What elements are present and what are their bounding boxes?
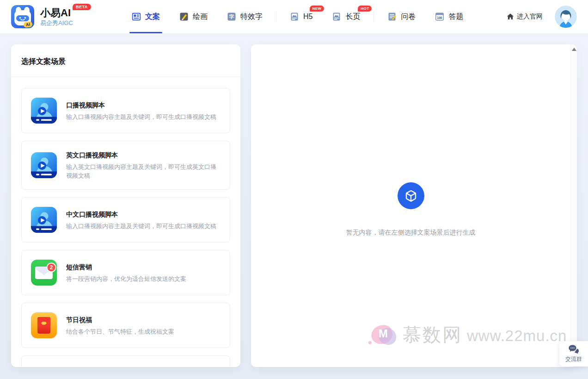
tab-label: 特效字 [240, 12, 263, 22]
scene-card-chinese-broadcast-video[interactable]: 中文口播视频脚本 输入口播视频内容主题及关键词，即可生成口播视频文稿 [21, 197, 230, 242]
broadcast-video-icon [31, 98, 57, 124]
scene-card-festival-greeting[interactable]: 节日祝福 结合各个节日、节气特征，生成祝福文案 [21, 303, 230, 348]
scene-desc: 将一段营销内容，优化为适合短信发送的文案 [66, 274, 220, 283]
tab-label: 长页 [345, 12, 360, 22]
nav-divider [276, 11, 276, 22]
scene-card-sms-marketing[interactable]: 2 短信营销 将一段营销内容，优化为适合短信发送的文案 [21, 250, 230, 295]
tab-quiz[interactable]: 100 答题 [425, 0, 473, 33]
effect-text-icon: 字 [227, 12, 236, 21]
brand: AI 小易AI BETA 易企秀AIGC [11, 5, 121, 28]
scrollbar[interactable] [570, 44, 577, 367]
scene-title: 英文口播视频脚本 [66, 150, 220, 160]
tab-label: 答题 [448, 12, 463, 22]
scene-desc: 输入英文口播视频内容主题及关键词，即可生成英文口播视频文稿 [66, 162, 220, 180]
chat-group-label: 交流群 [565, 355, 582, 363]
broadcast-video-icon [31, 152, 57, 178]
empty-box-icon [398, 182, 424, 209]
nav-tabs: 文案 绘画 字 特效字 [122, 0, 473, 33]
svg-text:100: 100 [437, 16, 442, 19]
scene-list: 口播视频脚本 输入口播视频内容主题及关键词，即可生成口播视频文稿 [11, 77, 240, 367]
h5-icon [290, 12, 299, 21]
scene-title: 节日祝福 [66, 315, 220, 324]
tab-survey[interactable]: 问卷 [378, 0, 425, 33]
scene-title: 短信营销 [66, 262, 220, 272]
sms-icon: 2 [31, 260, 57, 286]
site-link-label: 进入官网 [517, 12, 543, 21]
hot-badge: HOT [358, 6, 372, 12]
quiz-icon: 100 [435, 12, 444, 21]
painting-icon [179, 12, 189, 21]
enter-official-site-link[interactable]: 进入官网 [507, 12, 543, 21]
copywriting-icon [132, 12, 141, 21]
survey-icon [387, 12, 397, 21]
scroll-up-arrow-icon[interactable] [572, 48, 576, 51]
scene-card-broadcast-video[interactable]: 口播视频脚本 输入口播视频内容主题及关键词，即可生成口播视频文稿 [21, 88, 230, 133]
beta-badge: BETA [73, 4, 91, 10]
user-avatar[interactable] [555, 6, 577, 28]
top-navigation-bar: AI 小易AI BETA 易企秀AIGC 文案 [0, 0, 588, 34]
broadcast-video-icon [31, 207, 57, 233]
tab-label: 文案 [145, 12, 160, 22]
generation-result-panel: 暂无内容，请在左侧选择文案场景后进行生成 M 慕数网 www.22mu.cn [251, 44, 577, 367]
tab-copywriting[interactable]: 文案 [122, 0, 170, 33]
app-subtitle: 易企秀AIGC [40, 20, 91, 26]
tab-label: H5 [303, 12, 312, 21]
scene-card-english-broadcast-video[interactable]: 英文口播视频脚本 输入英文口播视频内容主题及关键词，即可生成英文口播视频文稿 [21, 141, 230, 190]
tab-painting[interactable]: 绘画 [170, 0, 217, 33]
red-envelope-icon [31, 312, 57, 338]
chat-bubbles-icon [568, 344, 579, 354]
watermark-logo-icon: M [370, 323, 398, 348]
tab-label: 问卷 [401, 12, 416, 22]
home-icon [507, 13, 514, 20]
watermark-url: www.22mu.cn [467, 327, 567, 345]
scene-card-partial[interactable] [21, 355, 230, 367]
panel-title: 选择文案场景 [11, 44, 240, 77]
scene-title: 口播视频脚本 [66, 100, 220, 110]
app-logo-icon: AI [11, 5, 34, 28]
long-page-icon [332, 12, 341, 21]
watermark: M 慕数网 www.22mu.cn [370, 322, 567, 348]
svg-text:字: 字 [229, 14, 234, 19]
tab-h5[interactable]: H5 NEW [280, 0, 322, 33]
empty-state-text: 暂无内容，请在左侧选择文案场景后进行生成 [251, 229, 570, 237]
scene-desc: 输入口播视频内容主题及关键词，即可生成口播视频文稿 [66, 222, 220, 230]
scene-desc: 结合各个节日、节气特征，生成祝福文案 [66, 327, 220, 336]
tab-effect-text[interactable]: 字 特效字 [217, 0, 272, 33]
scene-desc: 输入口播视频内容主题及关键词，即可生成口播视频文稿 [66, 112, 220, 121]
scene-selector-panel: 选择文案场景 [11, 44, 240, 367]
scene-title: 中文口播视频脚本 [66, 210, 220, 219]
tab-label: 绘画 [193, 12, 208, 22]
tab-long-page[interactable]: 长页 HOT [322, 0, 370, 33]
chat-group-button[interactable]: 交流群 [559, 341, 588, 367]
empty-state: 暂无内容，请在左侧选择文案场景后进行生成 [251, 44, 570, 237]
svg-text:2: 2 [50, 264, 53, 271]
svg-text:AI: AI [25, 22, 31, 27]
app-title: 小易AI [40, 7, 71, 19]
watermark-site-name: 慕数网 [403, 322, 462, 348]
nav-divider [374, 11, 374, 22]
main-content: 选择文案场景 [0, 34, 588, 367]
